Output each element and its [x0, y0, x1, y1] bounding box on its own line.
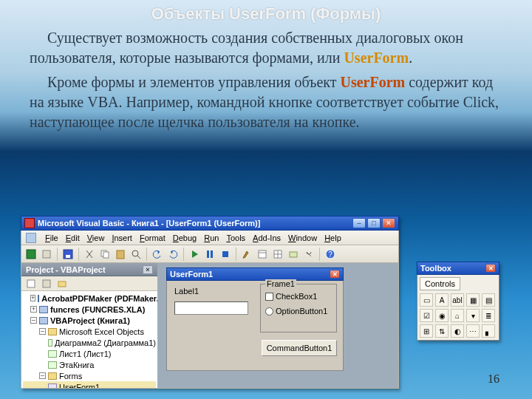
menu-insert[interactable]: Insert [112, 233, 132, 242]
tree-folder-forms[interactable]: –Forms [23, 370, 156, 381]
toolbar-save-icon[interactable] [61, 248, 75, 261]
userform-designer-window[interactable]: UserForm1 ✕ Label1 Frame1 CheckBox1 Opti… [166, 267, 344, 371]
tree-item-sheet-diagram[interactable]: Диаграмма2 (Диаграмма1) [23, 337, 156, 348]
tool-combobox-icon[interactable]: ▦ [466, 293, 480, 307]
tool-tabstrip-icon[interactable]: ⊞ [420, 324, 433, 338]
menu-debug[interactable]: Debug [173, 233, 197, 242]
tool-textbox-icon[interactable]: abl [451, 293, 464, 307]
vba-toolbar: ? [21, 245, 399, 263]
system-menu-icon[interactable] [26, 233, 36, 243]
control-textbox[interactable] [174, 301, 248, 315]
tool-select-icon[interactable]: ▭ [420, 293, 433, 307]
menu-help[interactable]: Help [324, 233, 341, 242]
tool-spin-icon[interactable]: ⋯ [466, 324, 480, 338]
menu-format[interactable]: Format [140, 233, 166, 242]
slide-body: Существует возможность создания собствен… [0, 24, 532, 132]
control-checkbox1[interactable]: CheckBox1 [265, 292, 317, 301]
maximize-button[interactable]: □ [367, 218, 381, 228]
menu-view[interactable]: View [87, 233, 105, 242]
tool-image-icon[interactable]: ▖ [482, 324, 495, 338]
tool-label-icon[interactable]: A [435, 293, 449, 307]
tree-item-userform1[interactable]: UserForm1 [23, 381, 156, 388]
para1-keyword: UserForm [344, 50, 409, 66]
userform-close-icon[interactable]: ✕ [330, 270, 340, 279]
toolbar-paste-icon[interactable] [114, 248, 127, 261]
userform-design-surface[interactable]: Label1 Frame1 CheckBox1 OptionButton1 Co… [166, 281, 344, 371]
tool-multipage-icon[interactable]: ⇅ [435, 324, 449, 338]
tree-project-funcres[interactable]: +funcres (FUNCRES.XLA) [23, 304, 156, 315]
toolbox-tab-controls[interactable]: Controls [420, 277, 460, 290]
radio-icon [265, 307, 273, 316]
userform-title: UserForm1 [170, 270, 330, 279]
tool-option-icon[interactable]: ◉ [435, 309, 449, 322]
userform-titlebar[interactable]: UserForm1 ✕ [166, 267, 344, 281]
menu-tools[interactable]: Tools [226, 233, 245, 242]
tool-checkbox-icon[interactable]: ☑ [420, 309, 433, 322]
view-object-icon[interactable] [40, 277, 53, 290]
tool-command-icon[interactable]: ≣ [482, 309, 495, 322]
toolbar-run-icon[interactable] [188, 248, 201, 261]
toolbar-design-icon[interactable] [240, 248, 253, 261]
svg-rect-5 [103, 252, 109, 258]
vba-title-text: Microsoft Visual Basic - Книга1 - [UserF… [38, 219, 352, 228]
control-label1[interactable]: Label1 [174, 287, 199, 296]
toolbar-separator [319, 248, 320, 261]
toolbar-object-icon[interactable] [287, 248, 300, 261]
toolbox-title: Toolbox [420, 264, 485, 273]
toolbar-properties-icon[interactable] [271, 248, 284, 261]
toggle-folders-icon[interactable] [55, 277, 69, 290]
tree-project-vbaproject[interactable]: –VBAProject (Книга1) [23, 315, 156, 326]
control-frame1[interactable]: Frame1 CheckBox1 OptionButton1 [260, 284, 337, 332]
toolbox-window[interactable]: Toolbox ✕ Controls ▭ A abl ▦ ▤ ☑ ◉ ⌂ ▾ ≣… [417, 262, 499, 341]
view-code-icon[interactable] [24, 277, 38, 290]
tree-folder-excel-objects[interactable]: –Microsoft Excel Objects [23, 326, 156, 337]
toolbar-insert-icon[interactable] [40, 248, 53, 261]
vba-ide-window: Microsoft Visual Basic - Книга1 - [UserF… [21, 216, 399, 389]
menu-edit[interactable]: Edit [66, 233, 80, 242]
svg-rect-6 [117, 250, 124, 259]
tree-project-pdfmaker[interactable]: +AcrobatPDFMaker (PDFMaker.x [23, 293, 156, 304]
toolbar-cut-icon[interactable] [83, 248, 96, 261]
toolbar-copy-icon[interactable] [98, 248, 112, 261]
tool-toggle-icon[interactable]: ⌂ [451, 309, 464, 322]
svg-point-7 [132, 250, 138, 256]
toolbar-project-icon[interactable] [256, 248, 269, 261]
toolbar-find-icon[interactable] [129, 248, 143, 261]
control-commandbutton1[interactable]: CommandButton1 [262, 340, 337, 356]
tool-scrollbar-icon[interactable]: ◐ [451, 324, 464, 338]
vba-menubar: File Edit View Insert Format Debug Run T… [21, 231, 399, 245]
menu-run[interactable]: Run [204, 233, 219, 242]
tree-item-thisworkbook[interactable]: ЭтаКнига [23, 359, 156, 370]
toolbar-toolbox-icon[interactable] [302, 248, 316, 261]
toolbar-break-icon[interactable] [203, 248, 216, 261]
toolbox-close-icon[interactable]: ✕ [485, 264, 496, 273]
svg-rect-21 [43, 280, 50, 287]
toolbox-grid: ▭ A abl ▦ ▤ ☑ ◉ ⌂ ▾ ≣ ⊞ ⇅ ◐ ⋯ ▖ [420, 293, 497, 338]
tool-listbox-icon[interactable]: ▤ [482, 293, 495, 307]
toolbar-undo-icon[interactable] [151, 248, 164, 261]
svg-rect-0 [27, 250, 35, 259]
svg-rect-20 [27, 280, 35, 287]
tree-item-sheet1[interactable]: Лист1 (Лист1) [23, 348, 156, 359]
toolbar-redo-icon[interactable] [166, 248, 180, 261]
para1-text-b: . [409, 50, 412, 66]
svg-rect-11 [222, 251, 228, 257]
toolbox-titlebar[interactable]: Toolbox ✕ [417, 262, 499, 275]
close-button[interactable]: ✕ [382, 218, 395, 228]
menu-addins[interactable]: Add-Ins [253, 233, 281, 242]
para2-keyword: UserForm [341, 74, 406, 90]
para2-text-a: Кроме формы и элементов управления объек… [47, 74, 341, 90]
toolbar-help-icon[interactable]: ? [324, 248, 337, 261]
menu-file[interactable]: File [45, 233, 58, 242]
vba-titlebar[interactable]: Microsoft Visual Basic - Книга1 - [UserF… [21, 216, 399, 231]
project-explorer-close-icon[interactable]: × [143, 265, 153, 274]
tool-frame-icon[interactable]: ▾ [466, 309, 480, 322]
control-optionbutton1[interactable]: OptionButton1 [265, 307, 327, 316]
toolbar-excel-icon[interactable] [24, 248, 38, 261]
project-tree[interactable]: +AcrobatPDFMaker (PDFMaker.x +funcres (F… [21, 291, 157, 388]
minimize-button[interactable]: – [352, 218, 366, 228]
svg-rect-10 [211, 250, 213, 258]
toolbar-reset-icon[interactable] [219, 248, 232, 261]
menu-window[interactable]: Window [288, 233, 317, 242]
project-explorer-titlebar[interactable]: Project - VBAProject × [21, 263, 157, 276]
